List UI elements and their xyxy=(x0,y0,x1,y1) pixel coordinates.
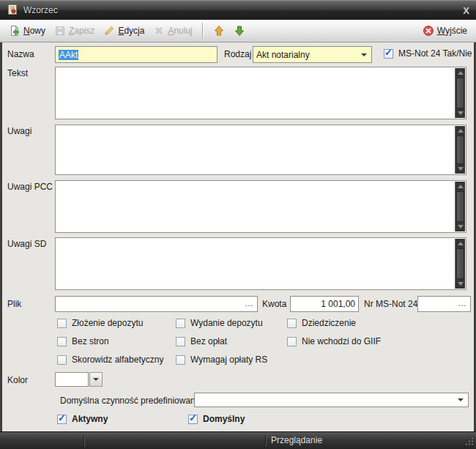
save-floppy-icon xyxy=(54,25,66,37)
checkbox-nie-wchodzi-do-giif[interactable]: Nie wchodzi do GIIF xyxy=(287,336,381,346)
checkbox-box[interactable] xyxy=(176,355,185,365)
checkbox-box[interactable] xyxy=(176,337,185,346)
checkbox-bez-stron[interactable]: Bez stron xyxy=(57,336,109,346)
uwagi-pcc-scrollbar[interactable] xyxy=(455,182,465,231)
cancel-button: Anuluj xyxy=(149,23,196,38)
up-arrow-icon xyxy=(213,25,225,37)
cancel-x-icon xyxy=(153,25,165,37)
kolor-value-box[interactable] xyxy=(55,372,89,387)
scrollbar-thumb[interactable] xyxy=(456,248,464,279)
scroll-down-icon[interactable] xyxy=(458,225,464,229)
nr-msnot24-browse-button[interactable]: … xyxy=(458,299,467,308)
chevron-down-icon xyxy=(361,53,367,56)
checkbox-label: Dziedziczenie xyxy=(302,318,356,328)
msnot24-checkbox-item[interactable]: ✓ MS-Not 24 Tak/Nie xyxy=(384,48,472,59)
checkbox-dziedziczenie[interactable]: Dziedziczenie xyxy=(287,318,356,328)
nazwa-selected-text: AAkt xyxy=(59,50,78,60)
checkbox-box[interactable] xyxy=(287,337,297,346)
resize-grip[interactable] xyxy=(465,437,474,448)
aktywny-label: Aktywny xyxy=(72,414,108,424)
edit-button-label: Edycja xyxy=(118,26,144,36)
checkbox-wydanie-depozytu[interactable]: Wydanie depozytu xyxy=(176,318,263,328)
tekst-scrollbar[interactable] xyxy=(455,68,465,118)
check-icon: ✓ xyxy=(189,413,197,423)
checkbox-label: Bez stron xyxy=(72,336,109,346)
domyslny-checkbox[interactable]: ✓ xyxy=(188,415,198,424)
scroll-down-icon[interactable] xyxy=(458,282,464,286)
plik-browse-button[interactable]: … xyxy=(245,299,254,308)
uwagi-label: Uwagi xyxy=(7,126,31,136)
aktywny-checkbox-item[interactable]: ✓ Aktywny xyxy=(57,414,108,424)
domyslna-czynnosc-dropdown[interactable] xyxy=(194,393,469,407)
exit-button[interactable]: Wyjście xyxy=(418,23,472,38)
plik-label: Plik xyxy=(7,299,21,309)
rodzaj-selected-value: Akt notarialny xyxy=(256,50,310,60)
msnot24-label: MS-Not 24 Tak/Nie xyxy=(398,48,472,59)
checkbox-zlozenie-depozytu[interactable]: Złożenie depozytu xyxy=(57,318,143,328)
checkbox-box[interactable] xyxy=(57,319,67,328)
checkbox-label: Bez opłat xyxy=(190,336,227,346)
move-down-button[interactable] xyxy=(229,23,250,38)
scroll-down-icon[interactable] xyxy=(458,167,464,171)
toolbar: Nowy Zapisz Edycja Anuluj Wyjście xyxy=(0,20,476,42)
checkbox-box[interactable] xyxy=(287,319,297,328)
exit-button-label: Wyjście xyxy=(437,26,467,36)
uwagi-sd-scrollbar[interactable] xyxy=(455,239,465,289)
save-button: Zapisz xyxy=(50,23,99,38)
check-icon: ✓ xyxy=(384,48,393,57)
new-document-icon xyxy=(9,25,21,37)
plik-input[interactable]: … xyxy=(55,296,258,312)
checkbox-box[interactable] xyxy=(176,319,185,328)
scroll-up-icon[interactable] xyxy=(458,185,464,188)
nazwa-input[interactable]: AAkt xyxy=(55,46,217,63)
down-arrow-icon xyxy=(234,25,245,37)
nr-msnot24-input[interactable]: … xyxy=(417,296,471,312)
check-icon: ✓ xyxy=(58,413,66,423)
checkbox-box[interactable] xyxy=(57,355,67,365)
scrollbar-thumb[interactable] xyxy=(456,191,464,222)
kwota-label: Kwota xyxy=(262,299,286,309)
exit-red-x-icon xyxy=(423,25,434,37)
edit-pencil-icon xyxy=(103,25,115,37)
uwagi-textarea[interactable] xyxy=(55,125,466,175)
status-mode-text: Przeglądanie xyxy=(271,435,322,445)
new-button[interactable]: Nowy xyxy=(4,23,50,38)
uwagi-scrollbar[interactable] xyxy=(455,126,465,174)
edit-button[interactable]: Edycja xyxy=(99,23,149,38)
document-seal-icon xyxy=(7,4,18,18)
uwagi-sd-textarea[interactable] xyxy=(55,237,466,290)
uwagi-pcc-label: Uwagi PCC xyxy=(7,182,53,192)
chevron-down-icon xyxy=(458,398,464,401)
checkbox-skorowidz-alfabetyczny[interactable]: Skorowidz alfabetyczny xyxy=(57,355,163,365)
checkbox-box[interactable] xyxy=(57,337,67,346)
statusbar-separator xyxy=(265,435,267,447)
checkbox-label: Nie wchodzi do GIIF xyxy=(302,336,381,346)
aktywny-checkbox[interactable]: ✓ xyxy=(57,415,67,424)
rodzaj-label: Rodzaj xyxy=(224,49,251,59)
nr-msnot24-label: Nr MS-Not 24 xyxy=(364,299,417,309)
scroll-up-icon[interactable] xyxy=(458,71,464,75)
tekst-label: Tekst xyxy=(7,68,28,78)
rodzaj-dropdown[interactable]: Akt notarialny xyxy=(253,46,372,63)
msnot24-checkbox[interactable]: ✓ xyxy=(384,49,393,59)
move-up-button[interactable] xyxy=(209,23,229,38)
scroll-up-icon[interactable] xyxy=(458,129,464,133)
scroll-down-icon[interactable] xyxy=(458,111,464,115)
uwagi-pcc-textarea[interactable] xyxy=(55,180,466,233)
kwota-input[interactable]: 1 001,00 xyxy=(290,296,359,312)
nazwa-label: Nazwa xyxy=(7,49,34,59)
kolor-label: Kolor xyxy=(7,375,28,385)
checkbox-label: Wymagaj opłaty RS xyxy=(190,355,267,365)
kolor-dropdown-button[interactable] xyxy=(89,372,103,387)
scrollbar-thumb[interactable] xyxy=(456,78,464,108)
domyslny-checkbox-item[interactable]: ✓ Domyślny xyxy=(188,414,245,424)
checkbox-bez-oplat[interactable]: Bez opłat xyxy=(176,336,227,346)
scrollbar-thumb[interactable] xyxy=(456,136,464,164)
chevron-down-icon xyxy=(93,378,99,381)
close-button[interactable]: X xyxy=(463,6,469,15)
tekst-textarea[interactable] xyxy=(55,67,466,119)
checkbox-label: Złożenie depozytu xyxy=(72,318,143,328)
checkbox-wymagaj-oplaty-rs[interactable]: Wymagaj opłaty RS xyxy=(176,355,267,365)
scroll-up-icon[interactable] xyxy=(458,242,464,245)
wzorzec-window: Wzorzec X Nowy Zapisz Edycja Anuluj xyxy=(0,0,476,449)
